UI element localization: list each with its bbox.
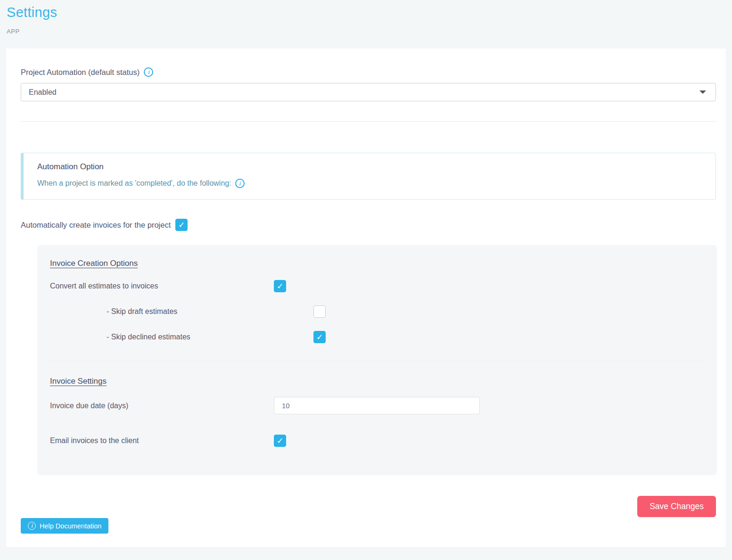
auto-create-invoices-label: Automatically create invoices for the pr…: [21, 221, 171, 230]
page-header: Settings APP: [0, 0, 732, 49]
skip-declined-estimates-label: - Skip declined estimates: [107, 333, 313, 341]
page-title: Settings: [7, 5, 732, 20]
skip-draft-estimates-row: - Skip draft estimates ✓: [107, 305, 704, 318]
convert-estimates-row: Convert all estimates to invoices ✓: [50, 280, 704, 292]
automation-option-description: When a project is marked as 'completed',…: [37, 179, 706, 188]
convert-estimates-checkbox[interactable]: ✓: [274, 280, 286, 292]
skip-declined-estimates-checkbox[interactable]: ✓: [313, 331, 326, 343]
invoice-options-panel: Invoice Creation Options Convert all est…: [37, 245, 717, 475]
project-automation-selected-value: Enabled: [29, 88, 57, 97]
automation-option-callout: Automation Option When a project is mark…: [21, 153, 716, 200]
help-row: i Help Documentation: [21, 518, 716, 534]
divider: [21, 121, 716, 122]
check-icon: ✓: [277, 282, 283, 290]
check-icon: ✓: [316, 333, 323, 341]
skip-draft-estimates-label: - Skip draft estimates: [107, 307, 313, 316]
chevron-down-icon: [699, 91, 706, 94]
page-subtitle: APP: [7, 28, 732, 35]
skip-draft-estimates-checkbox[interactable]: ✓: [313, 305, 326, 318]
email-invoices-row: Email invoices to the client ✓: [50, 435, 704, 447]
auto-create-invoices-checkbox[interactable]: ✓: [175, 219, 188, 231]
save-changes-button[interactable]: Save Changes: [637, 496, 716, 517]
info-icon: i: [28, 522, 36, 530]
project-automation-label: Project Automation (default status) i: [21, 67, 716, 77]
check-icon: ✓: [277, 437, 283, 445]
auto-create-invoices-row: Automatically create invoices for the pr…: [21, 219, 716, 231]
panel-divider: [50, 361, 704, 362]
project-automation-label-text: Project Automation (default status): [21, 68, 140, 77]
actions-bar: Save Changes: [21, 496, 716, 517]
info-icon[interactable]: i: [144, 67, 153, 77]
convert-estimates-label: Convert all estimates to invoices: [50, 282, 274, 290]
invoice-due-date-input[interactable]: [274, 397, 480, 414]
settings-card: Project Automation (default status) i En…: [6, 49, 726, 547]
help-documentation-label: Help Documentation: [40, 522, 101, 530]
skip-declined-estimates-row: - Skip declined estimates ✓: [107, 331, 704, 343]
invoice-creation-options-heading: Invoice Creation Options: [50, 259, 138, 268]
info-icon[interactable]: i: [235, 179, 245, 188]
project-automation-select[interactable]: Enabled: [21, 83, 716, 101]
automation-option-title: Automation Option: [37, 162, 706, 172]
email-invoices-label: Email invoices to the client: [50, 436, 274, 445]
check-icon: ✓: [178, 221, 185, 229]
help-documentation-button[interactable]: i Help Documentation: [21, 518, 108, 534]
email-invoices-checkbox[interactable]: ✓: [274, 435, 286, 447]
invoice-due-date-row: Invoice due date (days): [50, 397, 704, 414]
invoice-settings-heading: Invoice Settings: [50, 377, 107, 386]
invoice-due-date-label: Invoice due date (days): [50, 402, 274, 410]
automation-option-description-text: When a project is marked as 'completed',…: [37, 179, 231, 188]
